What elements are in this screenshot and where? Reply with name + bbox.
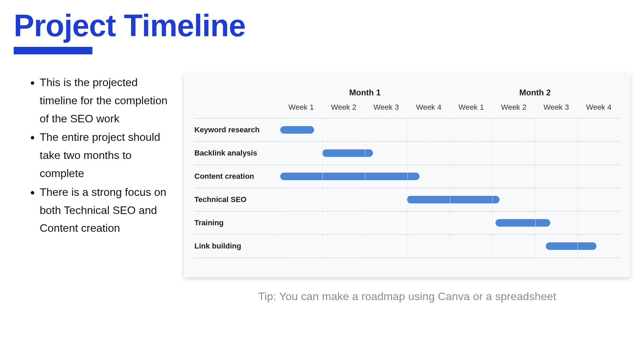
task-slot [365,119,408,142]
task-slot [365,235,408,258]
task-slot [578,165,620,188]
task-slot [492,165,535,188]
task-slot [322,119,365,142]
content-row: This is the projected timeline for the c… [14,73,630,303]
task-slot [578,235,620,258]
task-slot [535,119,578,142]
task-label: Training [194,212,280,235]
chart-area: Month 1Month 2Week 1Week 2Week 3Week 4We… [184,73,630,303]
task-slot [408,165,450,188]
gantt-chart: Month 1Month 2Week 1Week 2Week 3Week 4We… [184,73,630,277]
gantt-bar [280,126,314,134]
task-slot [535,142,578,165]
task-slot [408,119,450,142]
task-slot [492,235,535,258]
task-slot [365,212,408,235]
month-header: Month 1 [280,85,450,102]
task-slot [365,188,408,212]
task-label: Content creation [194,165,280,188]
task-slot [450,142,492,165]
bullet-list: This is the projected timeline for the c… [14,73,171,238]
week-header: Week 1 [280,102,322,119]
task-slot [535,212,578,235]
task-slot [322,235,365,258]
week-header: Week 2 [322,102,365,119]
task-slot [322,165,365,188]
header-spacer [194,102,280,119]
title-underline [14,47,92,54]
task-slot [280,235,322,258]
header-spacer [194,85,280,102]
task-slot [578,212,620,235]
week-header: Week 1 [450,102,492,119]
week-header: Week 4 [408,102,450,119]
bullet-item: This is the projected timeline for the c… [40,73,171,127]
task-slot [365,142,408,165]
task-slot [450,212,492,235]
week-header: Week 3 [365,102,408,119]
week-header: Week 3 [535,102,578,119]
task-slot [492,188,535,212]
task-slot [535,188,578,212]
task-label: Backlink analysis [194,142,280,165]
task-slot [408,212,450,235]
task-slot [492,142,535,165]
month-header: Month 2 [450,85,620,102]
slide: Project Timeline This is the projected t… [0,0,644,363]
week-header: Week 2 [492,102,535,119]
task-label: Technical SEO [194,188,280,212]
task-slot [578,119,620,142]
task-slot [280,165,322,188]
task-slot [578,188,620,212]
task-slot [322,212,365,235]
task-slot [280,119,322,142]
task-slot [408,188,450,212]
task-slot [578,142,620,165]
task-slot [280,142,322,165]
task-slot [535,165,578,188]
task-label: Keyword research [194,119,280,142]
task-slot [280,212,322,235]
task-slot [492,212,535,235]
task-slot [450,188,492,212]
task-slot [365,165,408,188]
task-slot [280,188,322,212]
task-slot [408,142,450,165]
task-slot [492,119,535,142]
task-slot [450,119,492,142]
task-label: Link building [194,235,280,258]
task-slot [450,235,492,258]
task-slot [535,235,578,258]
page-title: Project Timeline [14,8,630,43]
tip-text: Tip: You can make a roadmap using Canva … [184,290,630,303]
bullet-item: The entire project should take two month… [40,128,171,182]
week-header: Week 4 [578,102,620,119]
task-slot [322,142,365,165]
task-slot [322,188,365,212]
task-slot [450,165,492,188]
bullet-item: There is a strong focus on both Technica… [40,183,171,237]
task-slot [408,235,450,258]
